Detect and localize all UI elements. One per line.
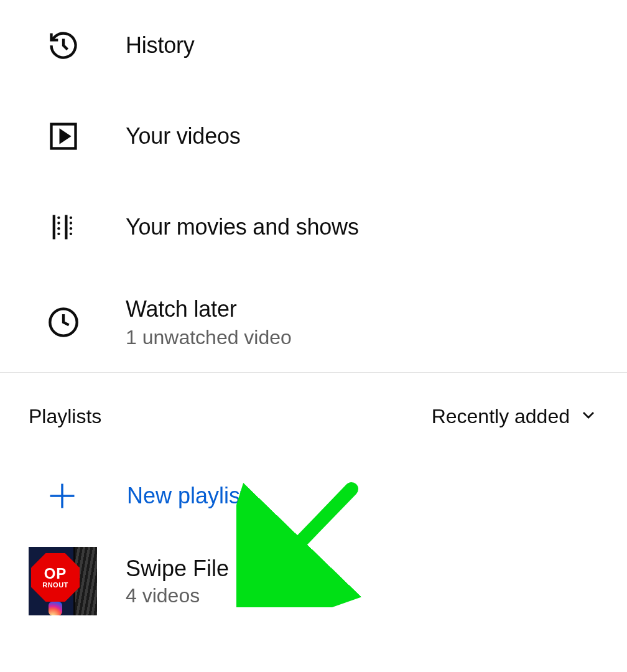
- playlist-thumbnail: OP RNOUT: [29, 547, 97, 615]
- svg-point-10: [70, 227, 72, 230]
- new-playlist-button[interactable]: New playlist: [0, 460, 627, 531]
- svg-rect-3: [65, 215, 67, 240]
- svg-point-5: [57, 222, 60, 224]
- playlist-title: Swipe File: [126, 556, 229, 582]
- playlists-title: Playlists: [29, 405, 101, 428]
- svg-rect-2: [53, 215, 55, 240]
- svg-point-9: [70, 222, 72, 224]
- menu-text-col: Watch later 1 unwatched video: [126, 296, 292, 349]
- clock-icon: [46, 305, 81, 340]
- chevron-down-icon: [578, 405, 598, 427]
- playlist-item-swipe-file[interactable]: OP RNOUT Swipe File 4 videos: [0, 531, 627, 631]
- menu-item-your-videos[interactable]: Your videos: [0, 91, 627, 182]
- menu-label: Watch later: [126, 296, 292, 322]
- plus-icon: [37, 478, 87, 513]
- history-icon: [46, 28, 81, 63]
- menu-item-movies-shows[interactable]: Your movies and shows: [0, 182, 627, 273]
- playlists-header: Playlists Recently added: [0, 373, 627, 460]
- svg-point-8: [70, 217, 72, 219]
- svg-marker-1: [61, 131, 69, 141]
- menu-item-history[interactable]: History: [0, 0, 627, 91]
- sort-dropdown[interactable]: Recently added: [432, 405, 598, 428]
- sort-label: Recently added: [432, 405, 570, 428]
- new-playlist-label: New playlist: [127, 483, 246, 509]
- menu-label: History: [126, 32, 195, 58]
- playlist-count: 4 videos: [126, 584, 229, 607]
- menu-sublabel: 1 unwatched video: [126, 326, 292, 349]
- film-icon: [46, 210, 81, 245]
- menu-label: Your videos: [126, 123, 241, 149]
- play-square-icon: [46, 119, 81, 154]
- svg-point-11: [70, 233, 72, 235]
- playlist-text-col: Swipe File 4 videos: [126, 556, 229, 607]
- svg-point-4: [57, 217, 60, 219]
- menu-item-watch-later[interactable]: Watch later 1 unwatched video: [0, 273, 627, 372]
- menu-label: Your movies and shows: [126, 214, 359, 240]
- svg-point-6: [57, 227, 60, 230]
- svg-point-7: [57, 233, 60, 235]
